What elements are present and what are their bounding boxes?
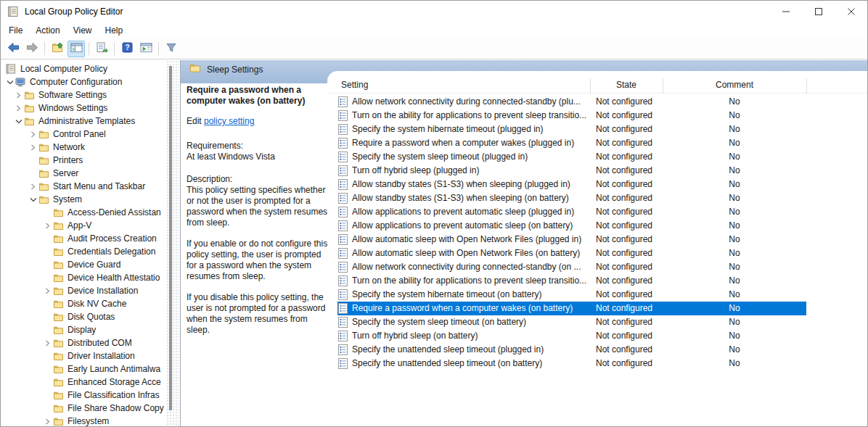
setting-name-cell: Specify the unattended sleep timeout (pl… [352, 344, 590, 355]
tree-item-system[interactable]: System [1, 193, 166, 206]
tree-item-administrative-templates[interactable]: Administrative Templates [1, 115, 166, 128]
chevron-right-icon[interactable] [28, 130, 38, 138]
chevron-down-icon[interactable] [5, 78, 15, 86]
setting-row-specify-the-system-sleep-timeout-on-battery[interactable]: Specify the system sleep timeout (on bat… [337, 315, 806, 329]
tree-item-device-guard[interactable]: Device Guard [1, 258, 166, 271]
tree-item-control-panel[interactable]: Control Panel [1, 128, 166, 141]
tree-item-disk-quotas[interactable]: Disk Quotas [1, 310, 166, 323]
setting-row-turn-off-hybrid-sleep-plugged-in[interactable]: Turn off hybrid sleep (plugged in)Not co… [337, 164, 806, 178]
tree-item-network[interactable]: Network [1, 141, 166, 154]
tree-item-file-classification-infras[interactable]: File Classification Infras [1, 389, 166, 402]
setting-row-allow-applications-to-prevent-automatic-sleep-on-b[interactable]: Allow applications to prevent automatic … [337, 219, 806, 233]
setting-row-turn-on-the-ability-for-applications-to-prevent-sl[interactable]: Turn on the ability for applications to … [337, 109, 806, 123]
filter-button[interactable] [163, 41, 180, 57]
setting-row-allow-network-connectivity-during-connected-standb[interactable]: Allow network connectivity during connec… [337, 260, 806, 274]
tree-item-label: Display [67, 325, 96, 335]
maximize-button[interactable] [802, 1, 835, 22]
svg-text:?: ? [125, 43, 129, 51]
setting-row-specify-the-system-hibernate-timeout-on-battery[interactable]: Specify the system hibernate timeout (on… [337, 288, 806, 302]
setting-row-allow-automatic-sleep-with-open-network-files-on-b[interactable]: Allow automatic sleep with Open Network … [337, 246, 806, 260]
chevron-right-icon[interactable] [43, 286, 52, 295]
export-list-button[interactable] [93, 41, 110, 57]
tree-item-access-denied-assistan[interactable]: Access-Denied Assistan [1, 206, 166, 219]
setting-row-turn-on-the-ability-for-applications-to-prevent-sl[interactable]: Turn on the ability for applications to … [337, 274, 806, 288]
tree-item-distributed-com[interactable]: Distributed COM [1, 336, 166, 349]
chevron-right-icon[interactable] [43, 339, 52, 347]
menu-item-action[interactable]: Action [29, 23, 66, 38]
chevron-down-icon[interactable] [14, 117, 23, 125]
tree-item-printers[interactable]: Printers [1, 154, 166, 167]
back-arrow-button[interactable] [4, 41, 22, 57]
close-button[interactable] [835, 1, 867, 22]
policy-setting-icon [338, 358, 348, 369]
setting-row-allow-standby-states-s1-s3-when-sleeping-plugged-i[interactable]: Allow standby states (S1-S3) when sleepi… [337, 178, 806, 191]
setting-row-specify-the-unattended-sleep-timeout-plugged-in[interactable]: Specify the unattended sleep timeout (pl… [337, 343, 806, 357]
folder-icon [38, 194, 49, 204]
show-extended-pane-button[interactable] [137, 41, 155, 57]
comment-cell: No [663, 220, 806, 231]
policy-setting-icon [338, 317, 348, 328]
tree-item-label: Credentials Delegation [67, 246, 155, 257]
minimize-button[interactable] [769, 1, 802, 22]
tree-item-windows-settings[interactable]: Windows Settings [1, 101, 166, 115]
tree-item-label: File Share Shadow Copy [67, 403, 164, 413]
column-header-setting[interactable]: Setting [341, 80, 368, 90]
setting-row-require-a-password-when-a-computer-wakes-plugged-i[interactable]: Require a password when a computer wakes… [337, 136, 806, 150]
tree-item-label: Early Launch Antimalwa [67, 364, 160, 374]
tree-item-audit-process-creation[interactable]: Audit Process Creation [1, 232, 166, 245]
setting-row-specify-the-system-sleep-timeout-plugged-in[interactable]: Specify the system sleep timeout (plugge… [337, 150, 806, 164]
tree-item-local-computer-policy[interactable]: Local Computer Policy [1, 62, 166, 75]
menu-item-view[interactable]: View [67, 23, 99, 38]
tree-item-server[interactable]: Server [1, 167, 166, 180]
tree-item-driver-installation[interactable]: Driver Installation [1, 349, 166, 362]
column-separator[interactable] [590, 78, 591, 94]
selected-setting-row-require-a-password-when-a-computer-wakes-on-batter[interactable]: Require a password when a computer wakes… [337, 302, 806, 315]
tree-item-device-health-attestatio[interactable]: Device Health Attestatio [1, 271, 166, 284]
policy-tree: Local Computer PolicyComputer Configurat… [1, 62, 166, 426]
tree-item-file-share-shadow-copy[interactable]: File Share Shadow Copy [1, 402, 166, 415]
chevron-right-icon[interactable] [43, 417, 52, 426]
tree-item-app-v[interactable]: App-V [1, 219, 166, 232]
setting-row-allow-standby-states-s1-s3-when-sleeping-on-batter[interactable]: Allow standby states (S1-S3) when sleepi… [337, 191, 806, 205]
tree-item-software-settings[interactable]: Software Settings [1, 88, 166, 101]
tree-item-start-menu-and-taskbar[interactable]: Start Menu and Taskbar [1, 180, 166, 193]
column-header-state[interactable]: State [590, 80, 663, 90]
tree-scrollbar[interactable] [166, 60, 179, 426]
column-separator[interactable] [663, 78, 663, 94]
tree-item-filesystem[interactable]: Filesystem [1, 415, 166, 426]
comment-cell: No [663, 193, 806, 203]
chevron-right-icon[interactable] [28, 143, 38, 152]
tree-item-early-launch-antimalwa[interactable]: Early Launch Antimalwa [1, 362, 166, 376]
show-console-tree-button[interactable] [67, 41, 85, 57]
chevron-right-icon[interactable] [43, 221, 52, 230]
tree-item-disk-nv-cache[interactable]: Disk NV Cache [1, 297, 166, 310]
setting-row-allow-applications-to-prevent-automatic-sleep-plug[interactable]: Allow applications to prevent automatic … [337, 205, 806, 219]
help-button[interactable]: ? [118, 41, 136, 57]
column-header-comment[interactable]: Comment [663, 80, 806, 90]
chevron-right-icon[interactable] [14, 104, 23, 112]
tree-item-enhanced-storage-acce[interactable]: Enhanced Storage Acce [1, 376, 166, 389]
tree-item-display[interactable]: Display [1, 323, 166, 336]
menu-item-file[interactable]: File [2, 23, 29, 38]
forward-arrow-button[interactable] [23, 41, 41, 57]
up-one-level-button[interactable] [49, 41, 66, 57]
comment-cell: No [663, 344, 806, 355]
setting-row-turn-off-hybrid-sleep-on-battery[interactable]: Turn off hybrid sleep (on battery)Not co… [337, 329, 806, 343]
setting-row-allow-network-connectivity-during-connected-standb[interactable]: Allow network connectivity during connec… [337, 95, 806, 109]
settings-list: Allow network connectivity during connec… [327, 95, 867, 370]
chevron-right-icon[interactable] [28, 182, 38, 191]
menu-item-help[interactable]: Help [99, 23, 130, 38]
tree-item-device-installation[interactable]: Device Installation [1, 284, 166, 297]
setting-row-allow-automatic-sleep-with-open-network-files-plug[interactable]: Allow automatic sleep with Open Network … [337, 233, 806, 246]
chevron-right-icon[interactable] [14, 91, 23, 99]
setting-row-specify-the-unattended-sleep-timeout-on-battery[interactable]: Specify the unattended sleep timeout (on… [337, 357, 806, 370]
tree-item-credentials-delegation[interactable]: Credentials Delegation [1, 245, 166, 258]
tree-scrollbar-thumb[interactable] [169, 66, 172, 410]
folder-icon [52, 207, 64, 217]
policy-setting-icon [338, 207, 348, 217]
policy-setting-link[interactable]: policy setting [204, 116, 254, 126]
setting-row-specify-the-system-hibernate-timeout-plugged-in[interactable]: Specify the system hibernate timeout (pl… [337, 123, 806, 136]
tree-item-computer-configuration[interactable]: Computer Configuration [1, 75, 166, 88]
chevron-down-icon[interactable] [28, 195, 38, 204]
column-separator[interactable] [806, 78, 807, 94]
